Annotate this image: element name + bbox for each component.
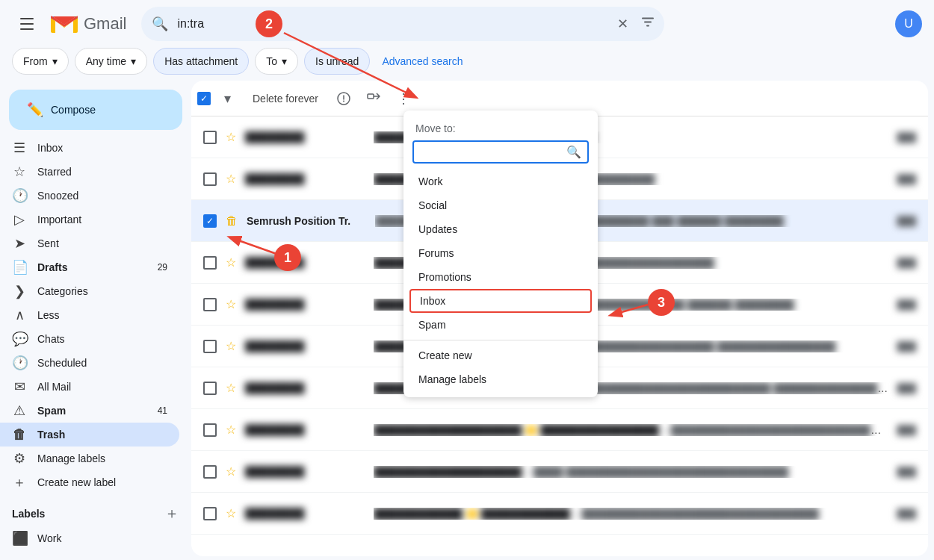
subject-8: ████████████████████ 🟡 ████████████████: [374, 424, 659, 436]
compose-button[interactable]: ✏️ Compose: [9, 90, 182, 130]
sidebar-item-chats[interactable]: 💬 Chats: [0, 327, 179, 351]
move-to-dropdown: Move to: 🔍 Work Social Updates Forums Pr…: [403, 111, 598, 397]
search-bar-container: 🔍 ✕: [141, 7, 664, 41]
star-button-3[interactable]: 🗑: [226, 214, 238, 228]
time-3: ███: [897, 216, 916, 226]
star-button-10[interactable]: ☆: [226, 506, 236, 520]
sidebar-item-inbox[interactable]: ☰ Inbox: [0, 136, 179, 160]
sidebar-item-important[interactable]: ▷ Important: [0, 208, 179, 231]
move-to-search-input[interactable]: [420, 146, 566, 158]
sidebar-item-all-mail[interactable]: ✉ All Mail: [0, 375, 179, 399]
search-input[interactable]: [141, 7, 664, 41]
select-all-checkbox[interactable]: ✓: [197, 92, 211, 105]
move-to-search-inner: 🔍: [412, 140, 589, 164]
labels-add-button[interactable]: ＋: [164, 503, 179, 523]
move-to-item-social[interactable]: Social: [403, 193, 598, 217]
star-button-4[interactable]: ☆: [226, 255, 236, 270]
email-checkbox-7[interactable]: [203, 382, 217, 395]
is-unread-label: Is unread: [315, 55, 359, 67]
sender-7: ████████: [245, 382, 365, 394]
star-button-7[interactable]: ☆: [226, 381, 236, 395]
email-checkbox-8[interactable]: [203, 423, 217, 437]
move-to-item-manage-labels[interactable]: Manage labels: [403, 367, 598, 391]
clear-search-button[interactable]: ✕: [617, 16, 628, 32]
sidebar-item-work-label[interactable]: ⬛ Work: [0, 526, 179, 550]
spam-badge: 41: [158, 405, 167, 416]
sidebar-item-sent[interactable]: ➤ Sent: [0, 231, 179, 255]
sidebar-item-categories[interactable]: ❯ Categories: [0, 279, 179, 303]
email-checkbox-3[interactable]: ✓: [203, 214, 217, 228]
trash-icon: 🗑: [12, 427, 27, 443]
sidebar-item-manage-labels[interactable]: ⚙ Manage labels: [0, 447, 179, 470]
star-button-8[interactable]: ☆: [226, 423, 236, 437]
email-checkbox-1[interactable]: [203, 131, 217, 144]
sidebar-item-less[interactable]: ∧ Less: [0, 303, 179, 327]
search-options-button[interactable]: [640, 15, 655, 34]
email-checkbox-10[interactable]: [203, 507, 217, 520]
chats-icon: 💬: [12, 331, 27, 347]
advanced-search-link[interactable]: Advanced search: [382, 55, 463, 67]
star-button-2[interactable]: ☆: [226, 172, 236, 186]
email-checkbox-5[interactable]: [203, 298, 217, 311]
snoozed-label: Snoozed: [37, 190, 78, 202]
search-options-icon: [640, 15, 655, 30]
from-filter-button[interactable]: From ▾: [12, 48, 69, 75]
any-time-filter-button[interactable]: Any time ▾: [75, 48, 147, 75]
move-to-title-text: Move to:: [415, 122, 456, 134]
star-button-9[interactable]: ☆: [226, 464, 236, 479]
move-to-item-spam[interactable]: Spam: [403, 313, 598, 337]
spam-icon: ⚠: [12, 402, 27, 419]
move-to-item-work[interactable]: Work: [403, 169, 598, 193]
labels-title: Labels: [12, 508, 45, 520]
sent-label: Sent: [37, 237, 59, 249]
move-to-divider: [403, 340, 598, 340]
table-row[interactable]: ☆ ████████ ████████████ 🟡 ████████████ –…: [191, 493, 928, 535]
move-to-item-create-new[interactable]: Create new: [403, 343, 598, 367]
user-avatar[interactable]: U: [895, 10, 922, 37]
has-attachment-label: Has attachment: [164, 55, 238, 67]
has-attachment-filter-button[interactable]: Has attachment: [153, 48, 249, 75]
sender-6: ████████: [245, 340, 365, 352]
sent-icon: ➤: [12, 235, 27, 252]
svg-rect-3: [644, 22, 652, 23]
star-button-1[interactable]: ☆: [226, 130, 236, 144]
email-checkbox-2[interactable]: [203, 172, 217, 186]
hamburger-button[interactable]: [12, 9, 42, 39]
report-spam-button[interactable]: [330, 85, 357, 112]
table-row[interactable]: ☆ ████████ ████████████████████ – ████ █…: [191, 451, 928, 493]
select-dropdown-button[interactable]: ▾: [214, 85, 241, 112]
trash-label: Trash: [37, 429, 65, 441]
move-to-button[interactable]: [360, 85, 387, 112]
star-button-6[interactable]: ☆: [226, 339, 236, 353]
time-1: ███: [897, 132, 916, 143]
sidebar-item-snoozed[interactable]: 🕐 Snoozed: [0, 184, 179, 208]
email-checkbox-4[interactable]: [203, 256, 217, 270]
important-icon: ▷: [12, 211, 27, 228]
move-to-item-inbox[interactable]: Inbox: [409, 289, 592, 313]
sidebar-item-create-new-label[interactable]: ＋ Create new label: [0, 470, 179, 494]
more-options-button[interactable]: ⋮: [390, 85, 417, 112]
table-row[interactable]: ☆ ████████ ████████████████████ 🟡 ██████…: [191, 409, 928, 451]
move-to-item-promotions[interactable]: Promotions: [403, 265, 598, 289]
sidebar-item-starred[interactable]: ☆ Starred: [0, 160, 179, 184]
email-checkbox-6[interactable]: [203, 340, 217, 353]
to-filter-label: To: [266, 55, 277, 67]
move-to-item-forums[interactable]: Forums: [403, 241, 598, 265]
is-unread-filter-button[interactable]: Is unread: [304, 48, 370, 75]
sidebar-item-spam[interactable]: ⚠ Spam 41: [0, 399, 179, 423]
email-checkbox-9[interactable]: [203, 465, 217, 479]
sidebar-item-drafts[interactable]: 📄 Drafts 29: [0, 255, 179, 279]
time-2: ███: [897, 174, 916, 184]
to-filter-button[interactable]: To ▾: [255, 48, 298, 75]
sidebar-item-scheduled[interactable]: 🕐 Scheduled: [0, 351, 179, 375]
labels-header: Labels ＋: [0, 500, 191, 526]
sender-2: ████████: [245, 173, 365, 185]
gmail-logo: Gmail: [51, 13, 126, 34]
move-to-item-updates[interactable]: Updates: [403, 217, 598, 241]
sidebar-item-trash[interactable]: 🗑 Trash: [0, 423, 179, 447]
delete-forever-button[interactable]: Delete forever: [244, 85, 327, 112]
preview-10: – ████████████████████████████████: [573, 508, 819, 520]
sender-1: ████████: [245, 131, 365, 143]
star-button-5[interactable]: ☆: [226, 297, 236, 311]
sender-4: ████████: [245, 257, 365, 269]
